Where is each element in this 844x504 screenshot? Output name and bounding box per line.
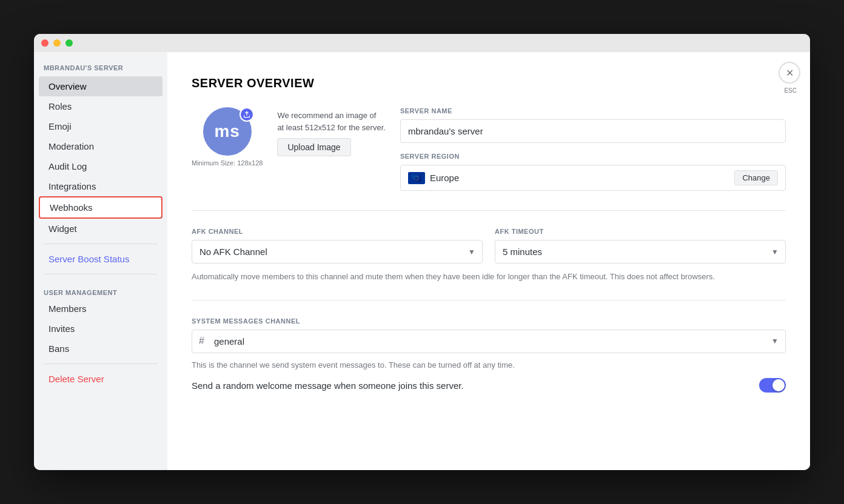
afk-channel-select[interactable]: No AFK Channel — [192, 240, 483, 264]
main-content: ✕ ESC SERVER OVERVIEW ms — [167, 52, 810, 470]
sidebar: MBRANDAU'S SERVER Overview Roles Emoji M… — [34, 52, 167, 470]
overview-top-section: ms Minimum Size: 128x128 — [192, 107, 786, 191]
system-messages-channel-select[interactable]: general — [192, 330, 786, 353]
sidebar-item-members[interactable]: Members — [39, 299, 162, 319]
avatar-min-size-label: Minimum Size: 128x128 — [192, 159, 263, 167]
minimize-traffic-light[interactable] — [53, 39, 61, 47]
upload-section: We recommend an image of at least 512x51… — [277, 107, 386, 156]
sidebar-divider-3 — [44, 363, 158, 364]
server-name-input[interactable] — [400, 119, 786, 143]
system-messages-label: SYSTEM MESSAGES CHANNEL — [192, 317, 786, 325]
server-region-label: SERVER REGION — [400, 153, 786, 160]
afk-help-text: Automatically move members to this chann… — [192, 271, 786, 283]
sidebar-item-audit-log[interactable]: Audit Log — [39, 156, 162, 176]
upload-hint: We recommend an image of at least 512x51… — [277, 110, 386, 133]
afk-timeout-col: AFK TIMEOUT 1 minute 5 minutes 15 minute… — [495, 228, 786, 264]
avatar-wrapper[interactable]: ms — [203, 107, 252, 156]
system-channel-wrapper: # general ▼ — [192, 330, 786, 353]
afk-channel-label: AFK CHANNEL — [192, 228, 483, 235]
afk-row: AFK CHANNEL No AFK Channel ▼ AFK TIMEOUT… — [192, 228, 786, 264]
close-button[interactable]: ✕ — [779, 62, 800, 84]
sidebar-item-server-boost[interactable]: Server Boost Status — [39, 249, 162, 269]
system-messages-help-text: This is the channel we send system event… — [192, 359, 786, 371]
close-button-label: ESC — [784, 87, 797, 94]
server-region-row: 🇪🇺 Europe Change — [400, 165, 786, 191]
sidebar-item-widget[interactable]: Widget — [39, 219, 162, 239]
afk-channel-select-wrapper: No AFK Channel ▼ — [192, 240, 483, 264]
sidebar-item-integrations[interactable]: Integrations — [39, 176, 162, 196]
welcome-toggle[interactable] — [759, 378, 786, 393]
section-divider-1 — [192, 210, 786, 211]
sidebar-item-delete-server[interactable]: Delete Server — [39, 369, 162, 389]
section-divider-2 — [192, 300, 786, 300]
welcome-toggle-row: Send a random welcome message when someo… — [192, 371, 786, 400]
afk-timeout-label: AFK TIMEOUT — [495, 228, 786, 235]
close-traffic-light[interactable] — [41, 39, 49, 47]
sidebar-item-webhooks[interactable]: Webhooks — [39, 196, 162, 219]
welcome-toggle-label: Send a random welcome message when someo… — [192, 380, 464, 391]
change-region-button[interactable]: Change — [734, 170, 778, 185]
sidebar-item-bans[interactable]: Bans — [39, 339, 162, 359]
server-name-region-section: SERVER NAME SERVER REGION 🇪🇺 Europe Chan… — [400, 107, 786, 191]
titlebar — [34, 34, 810, 52]
user-management-label: USER MANAGEMENT — [34, 279, 167, 299]
app-body: MBRANDAU'S SERVER Overview Roles Emoji M… — [34, 52, 810, 470]
afk-timeout-select-wrapper: 1 minute 5 minutes 15 minutes 30 minutes… — [495, 240, 786, 264]
avatar-section: ms Minimum Size: 128x128 — [192, 107, 263, 167]
region-flag: 🇪🇺 — [408, 172, 425, 184]
server-name-label: SERVER NAME — [400, 107, 786, 114]
sidebar-divider-1 — [44, 244, 158, 244]
sidebar-item-roles[interactable]: Roles — [39, 96, 162, 116]
page-title: SERVER OVERVIEW — [192, 76, 786, 90]
region-name: Europe — [430, 173, 730, 183]
afk-timeout-select[interactable]: 1 minute 5 minutes 15 minutes 30 minutes… — [495, 240, 786, 264]
toggle-knob — [772, 379, 785, 391]
app-window: MBRANDAU'S SERVER Overview Roles Emoji M… — [34, 34, 810, 470]
maximize-traffic-light[interactable] — [65, 39, 73, 47]
sidebar-divider-2 — [44, 274, 158, 274]
upload-image-button[interactable]: Upload Image — [277, 138, 350, 156]
server-name-header: MBRANDAU'S SERVER — [34, 64, 167, 76]
sidebar-item-moderation[interactable]: Moderation — [39, 136, 162, 156]
sidebar-item-invites[interactable]: Invites — [39, 319, 162, 339]
afk-channel-col: AFK CHANNEL No AFK Channel ▼ — [192, 228, 483, 264]
sidebar-item-emoji[interactable]: Emoji — [39, 116, 162, 136]
sidebar-item-overview[interactable]: Overview — [39, 76, 162, 96]
avatar-upload-icon[interactable] — [239, 107, 254, 122]
